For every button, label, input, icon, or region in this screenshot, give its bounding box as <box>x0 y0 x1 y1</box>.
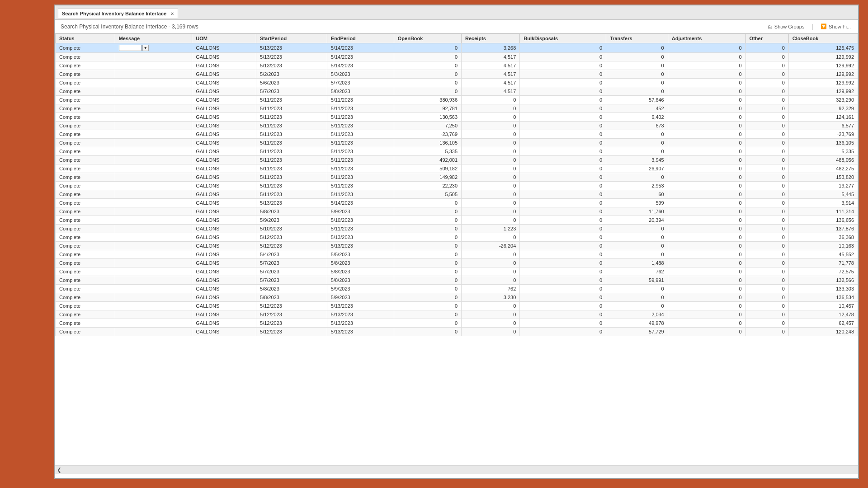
col-uom[interactable]: UOM <box>192 34 256 43</box>
header-bar: Search Physical Inventory Balance Interf… <box>55 20 858 33</box>
cell-13-5: 492,001 <box>394 156 461 164</box>
cell-30-11: 10,457 <box>788 302 858 310</box>
show-groups-button[interactable]: 🗂 Show Groups <box>766 23 807 30</box>
scroll-left-arrow[interactable]: ❮ <box>57 467 61 473</box>
table-row[interactable]: CompleteGALLONS5/6/20235/7/202304,517000… <box>56 79 858 87</box>
cell-32-7: 0 <box>520 319 606 328</box>
cell-4-10: 0 <box>745 79 788 87</box>
col-transfers[interactable]: Transfers <box>606 34 668 43</box>
cell-11-5: 136,105 <box>394 139 461 147</box>
col-bulkdisposals[interactable]: BulkDisposals <box>520 34 606 43</box>
table-row[interactable]: CompleteGALLONS5/7/20235/8/202304,517000… <box>56 87 858 96</box>
table-row[interactable]: Complete▼GALLONS5/13/20235/14/202303,268… <box>56 43 858 53</box>
table-row[interactable]: CompleteGALLONS5/11/20235/11/2023149,982… <box>56 173 858 182</box>
cell-27-3: 5/7/2023 <box>256 276 327 285</box>
show-filters-button[interactable]: 🔽 Show Fi... <box>819 23 853 30</box>
table-row[interactable]: CompleteGALLONS5/11/20235/11/2023492,001… <box>56 156 858 164</box>
cell-28-2: GALLONS <box>192 285 256 293</box>
table-row[interactable]: CompleteGALLONS5/7/20235/8/202300059,991… <box>56 276 858 285</box>
cell-11-10: 0 <box>745 139 788 147</box>
cell-0-3: 5/13/2023 <box>256 43 327 53</box>
table-row[interactable]: CompleteGALLONS5/12/20235/13/202300049,9… <box>56 319 858 328</box>
table-row[interactable]: CompleteGALLONS5/8/20235/9/202300011,760… <box>56 207 858 216</box>
cell-17-9: 0 <box>668 190 745 199</box>
col-receipts[interactable]: Receipts <box>462 34 520 43</box>
col-startperiod[interactable]: StartPeriod <box>256 34 327 43</box>
message-input[interactable] <box>119 45 142 51</box>
table-row[interactable]: CompleteGALLONS5/4/20235/5/202300000045,… <box>56 250 858 259</box>
table-row[interactable]: CompleteGALLONS5/12/20235/13/20230000003… <box>56 233 858 242</box>
table-row[interactable]: CompleteGALLONS5/8/20235/9/2023076200001… <box>56 285 858 293</box>
cell-32-6: 0 <box>462 319 520 328</box>
cell-25-7: 0 <box>520 259 606 267</box>
tab-label: Search Physical Inventory Balance Interf… <box>62 11 166 16</box>
table-row[interactable]: CompleteGALLONS5/11/20235/11/2023509,182… <box>56 164 858 173</box>
cell-25-3: 5/7/2023 <box>256 259 327 267</box>
cell-11-6: 0 <box>462 139 520 147</box>
table-row[interactable]: CompleteGALLONS5/9/20235/10/202300020,39… <box>56 216 858 225</box>
table-row[interactable]: CompleteGALLONS5/12/20235/13/20230002,03… <box>56 310 858 319</box>
col-other[interactable]: Other <box>745 34 788 43</box>
cell-4-1 <box>115 79 192 87</box>
cell-28-7: 0 <box>520 285 606 293</box>
table-row[interactable]: CompleteGALLONS5/11/20235/11/20235,50500… <box>56 190 858 199</box>
table-row[interactable]: CompleteGALLONS5/11/20235/11/202322,2300… <box>56 182 858 190</box>
table-row[interactable]: CompleteGALLONS5/13/20235/14/202304,5170… <box>56 53 858 61</box>
tab-close-button[interactable]: × <box>171 11 174 16</box>
table-row[interactable]: CompleteGALLONS5/12/20235/13/20230000001… <box>56 302 858 310</box>
table-row[interactable]: CompleteGALLONS5/8/20235/9/202303,230000… <box>56 293 858 302</box>
col-openbook[interactable]: OpenBook <box>394 34 461 43</box>
table-row[interactable]: CompleteGALLONS5/11/20235/11/2023136,105… <box>56 139 858 147</box>
cell-32-9: 0 <box>668 319 745 328</box>
table-row[interactable]: CompleteGALLONS5/11/20235/11/20237,25000… <box>56 122 858 130</box>
cell-9-0: Complete <box>56 122 115 130</box>
col-closebook[interactable]: CloseBook <box>788 34 858 43</box>
cell-30-0: Complete <box>56 302 115 310</box>
message-dropdown-button[interactable]: ▼ <box>142 45 149 51</box>
cell-11-0: Complete <box>56 139 115 147</box>
table-row[interactable]: CompleteGALLONS5/11/20235/11/2023130,563… <box>56 113 858 122</box>
cell-27-6: 0 <box>462 276 520 285</box>
table-row[interactable]: CompleteGALLONS5/11/20235/11/2023380,936… <box>56 96 858 104</box>
table-row[interactable]: CompleteGALLONS5/12/20235/13/20230-26,20… <box>56 242 858 250</box>
cell-21-9: 0 <box>668 225 745 233</box>
cell-1-1 <box>115 53 192 61</box>
cell-18-7: 0 <box>520 199 606 207</box>
cell-27-7: 0 <box>520 276 606 285</box>
table-row[interactable]: CompleteGALLONS5/13/20235/14/202304,5170… <box>56 61 858 70</box>
cell-8-10: 0 <box>745 113 788 122</box>
cell-25-6: 0 <box>462 259 520 267</box>
cell-6-7: 0 <box>520 96 606 104</box>
table-row[interactable]: CompleteGALLONS5/13/20235/14/20230005990… <box>56 199 858 207</box>
cell-16-6: 0 <box>462 182 520 190</box>
cell-24-3: 5/4/2023 <box>256 250 327 259</box>
main-tab[interactable]: Search Physical Inventory Balance Interf… <box>58 9 178 18</box>
cell-17-10: 0 <box>745 190 788 199</box>
cell-24-0: Complete <box>56 250 115 259</box>
cell-29-4: 5/9/2023 <box>327 293 394 302</box>
table-row[interactable]: CompleteGALLONS5/10/20235/11/202301,2230… <box>56 225 858 233</box>
cell-21-7: 0 <box>520 225 606 233</box>
cell-5-5: 0 <box>394 87 461 96</box>
table-row[interactable]: CompleteGALLONS5/11/20235/11/2023-23,769… <box>56 130 858 139</box>
col-status[interactable]: Status <box>56 34 115 43</box>
table-row[interactable]: CompleteGALLONS5/7/20235/8/20230001,4880… <box>56 259 858 267</box>
col-endperiod[interactable]: EndPeriod <box>327 34 394 43</box>
table-row[interactable]: CompleteGALLONS5/11/20235/11/202392,7810… <box>56 104 858 113</box>
col-adjustments[interactable]: Adjustments <box>668 34 745 43</box>
cell-0-1[interactable]: ▼ <box>115 43 192 53</box>
col-message[interactable]: Message <box>115 34 192 43</box>
table-row[interactable]: CompleteGALLONS5/2/20235/3/202304,517000… <box>56 70 858 79</box>
cell-24-11: 45,552 <box>788 250 858 259</box>
cell-26-3: 5/7/2023 <box>256 267 327 276</box>
table-row[interactable]: CompleteGALLONS5/7/20235/8/2023000762007… <box>56 267 858 276</box>
cell-17-11: 5,445 <box>788 190 858 199</box>
cell-3-5: 0 <box>394 70 461 79</box>
cell-6-4: 5/11/2023 <box>327 96 394 104</box>
cell-23-2: GALLONS <box>192 242 256 250</box>
cell-26-7: 0 <box>520 267 606 276</box>
table-row[interactable]: CompleteGALLONS5/12/20235/13/202300057,7… <box>56 328 858 336</box>
table-row[interactable]: CompleteGALLONS5/11/20235/11/20235,33500… <box>56 147 858 156</box>
table-container[interactable]: Status Message UOM StartPeriod EndPeriod… <box>55 33 858 465</box>
cell-11-4: 5/11/2023 <box>327 139 394 147</box>
